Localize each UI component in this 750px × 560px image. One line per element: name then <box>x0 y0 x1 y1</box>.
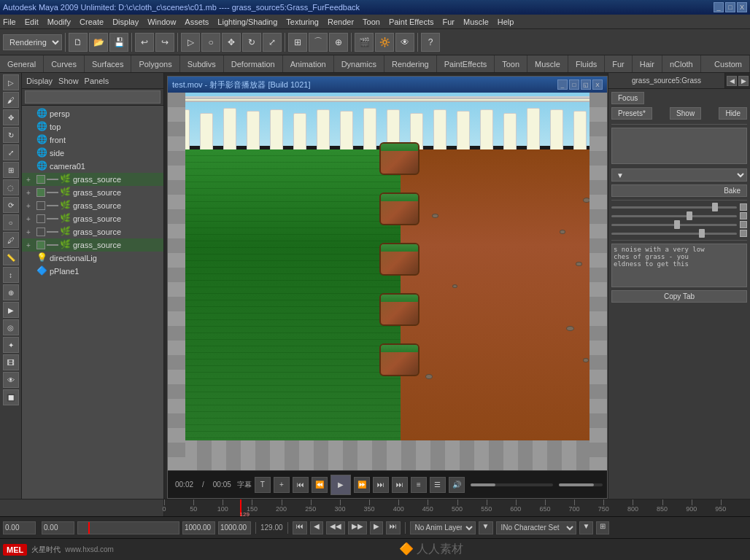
left-render-btn[interactable]: 🎞 <box>3 354 19 370</box>
end-frame-input-2[interactable] <box>218 521 251 534</box>
outliner-show[interactable]: Show <box>58 77 79 85</box>
toolbar-snap-curve[interactable]: ⌒ <box>309 33 328 52</box>
mp-minimize[interactable]: _ <box>557 79 568 90</box>
menu-window[interactable]: Window <box>147 18 176 26</box>
mc-end-btn[interactable]: ⏭ <box>392 477 408 493</box>
tree-item-persp[interactable]: 🌐 persp <box>22 107 163 120</box>
menu-toon[interactable]: Toon <box>363 18 380 26</box>
tab-toon[interactable]: Toon <box>495 55 527 72</box>
mp-maximize[interactable]: □ <box>569 79 579 90</box>
tree-item-pplane[interactable]: 🔷 pPlane1 <box>22 265 163 278</box>
menu-lighting[interactable]: Lighting/Shading <box>217 18 277 26</box>
tab-deformation[interactable]: Deformation <box>224 55 283 72</box>
menu-paint-effects[interactable]: Paint Effects <box>389 18 434 26</box>
rp-slider-track-4[interactable] <box>611 233 737 235</box>
tab-custom[interactable]: Custom <box>707 55 750 72</box>
rp-nav-next[interactable]: ▶ <box>738 76 749 86</box>
mc-next-frame-btn[interactable]: ⏩ <box>354 477 370 493</box>
current-frame-input[interactable] <box>42 521 74 534</box>
status-extra[interactable]: ⊞ <box>596 521 609 534</box>
rp-show-btn[interactable]: Show <box>670 107 701 120</box>
mc-rewind-btn[interactable]: ⏮ <box>293 477 309 493</box>
tab-polygons[interactable]: Polygons <box>131 55 179 72</box>
tab-rendering[interactable]: Rendering <box>384 55 437 72</box>
mc-t-btn[interactable]: T <box>255 477 271 493</box>
minimize-button[interactable]: _ <box>714 2 724 12</box>
toolbar-rotate[interactable]: ↻ <box>242 33 261 52</box>
left-measure-btn[interactable]: 📏 <box>3 249 19 265</box>
vis-checkbox-1[interactable] <box>36 175 45 184</box>
mc-audio-btn[interactable]: 🔊 <box>449 477 465 493</box>
mc-play-btn[interactable]: ▶ <box>330 475 351 495</box>
menu-texturing[interactable]: Texturing <box>286 18 319 26</box>
rp-slider-handle-4[interactable] <box>699 229 705 238</box>
tab-ncloth[interactable]: nCloth <box>662 55 701 72</box>
toolbar-scale[interactable]: ⤢ <box>263 33 282 52</box>
left-snap-btn[interactable]: 🔲 <box>3 389 19 405</box>
rp-text-area[interactable]: s noise with a very low ches of grass - … <box>611 244 747 287</box>
tree-item-grass6[interactable]: + 🌿 grass_source <box>22 238 163 252</box>
left-scale-btn[interactable]: ⤢ <box>3 144 19 160</box>
range-bar[interactable] <box>77 521 179 534</box>
left-arrow-btn[interactable]: ↕ <box>3 267 19 283</box>
rp-slider-right-1[interactable] <box>740 203 747 211</box>
menu-help[interactable]: Help <box>498 18 514 26</box>
tree-item-side[interactable]: 🌐 side <box>22 147 163 160</box>
rp-slider-handle-3[interactable] <box>674 220 680 229</box>
left-eye-btn[interactable]: 👁 <box>3 372 19 388</box>
toolbar-redo[interactable]: ↪ <box>155 33 174 52</box>
left-anim-btn[interactable]: ▶ <box>3 302 19 318</box>
left-blend-btn[interactable]: ◎ <box>3 319 19 335</box>
toolbar-display[interactable]: 👁 <box>395 33 414 52</box>
tab-painteffects[interactable]: PaintEffects <box>437 55 495 72</box>
rp-tab-grass[interactable]: grass_source5:Grass <box>608 73 725 88</box>
status-end[interactable]: ⏭ <box>386 521 401 534</box>
left-misc-btn[interactable]: ✦ <box>3 337 19 353</box>
menu-modify[interactable]: Modify <box>47 18 71 26</box>
vis-checkbox-2[interactable] <box>36 188 45 197</box>
left-paint-btn[interactable]: 🖌 <box>3 92 19 108</box>
toolbar-select[interactable]: ▷ <box>181 33 200 52</box>
toolbar-save[interactable]: 💾 <box>109 33 128 52</box>
menu-render[interactable]: Render <box>328 18 354 26</box>
vis-checkbox-4[interactable] <box>36 214 45 223</box>
tree-item-grass5[interactable]: + 🌿 grass_source <box>22 225 163 238</box>
tree-item-grass4[interactable]: + 🌿 grass_source <box>22 212 163 225</box>
mc-ffwd-btn[interactable]: ⏭ <box>373 477 389 493</box>
left-lasso-btn[interactable]: ○ <box>3 214 19 230</box>
rp-mode-select[interactable]: ▼ <box>611 168 747 182</box>
close-button[interactable]: X <box>737 2 747 12</box>
mc-prev-btn[interactable]: ⏪ <box>312 477 328 493</box>
rp-focus-btn[interactable]: Focus <box>611 92 644 104</box>
menu-edit[interactable]: Edit <box>25 18 39 26</box>
tree-item-grass2[interactable]: + 🌿 grass_source <box>22 186 163 199</box>
toolbar-undo[interactable]: ↩ <box>135 33 154 52</box>
vis-checkbox-6[interactable] <box>36 241 45 249</box>
left-soft-btn[interactable]: ◌ <box>3 179 19 195</box>
rp-slider-handle-2[interactable] <box>687 211 692 220</box>
left-history-btn[interactable]: ⟳ <box>3 197 19 213</box>
vis-checkbox-5[interactable] <box>36 228 45 236</box>
maximize-button[interactable]: □ <box>725 2 735 12</box>
rp-copy-tab-btn[interactable]: Copy Tab <box>611 290 747 303</box>
outliner-display[interactable]: Display <box>26 77 53 85</box>
outliner-panels[interactable]: Panels <box>85 77 109 85</box>
rp-slider-track-1[interactable] <box>611 206 737 209</box>
rp-nav-prev[interactable]: ◀ <box>727 76 737 86</box>
end-frame-input[interactable] <box>182 521 215 534</box>
outliner-search-input[interactable] <box>25 90 161 104</box>
left-paint2-btn[interactable]: 🖊 <box>3 232 19 248</box>
tab-fluids[interactable]: Fluids <box>568 55 605 72</box>
tree-item-camera01[interactable]: 🌐 camera01 <box>22 160 163 173</box>
char-set-select[interactable]: INo Character Set <box>496 521 576 534</box>
toolbar-snap-grid[interactable]: ⊞ <box>288 33 307 52</box>
status-play-back[interactable]: ◀◀ <box>326 521 345 534</box>
left-move-btn[interactable]: ✥ <box>3 109 19 125</box>
mc-list-btn[interactable]: ☰ <box>430 477 446 493</box>
tab-general[interactable]: General <box>0 55 44 72</box>
anim-layer-options[interactable]: ▼ <box>479 521 493 534</box>
toolbar-open[interactable]: 📂 <box>89 33 108 52</box>
rp-presets-btn[interactable]: Presets* <box>611 107 652 120</box>
menu-fur[interactable]: Fur <box>442 18 455 26</box>
tree-item-light[interactable]: 💡 directionalLig <box>22 252 163 265</box>
